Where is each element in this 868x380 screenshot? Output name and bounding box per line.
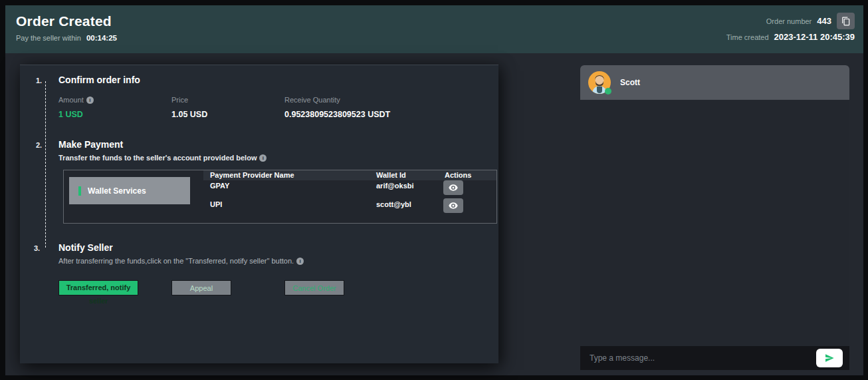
order-steps-card: 1. 2. 3. Confirm order info Amounti Pric… [20, 65, 498, 363]
chat-message-input[interactable] [580, 346, 849, 370]
info-icon[interactable]: i [86, 96, 94, 104]
time-created-label: Time created [726, 33, 769, 41]
send-message-button[interactable] [816, 349, 843, 367]
amount-label: Amounti [58, 96, 94, 104]
table-row-provider: UPI [210, 200, 222, 208]
transferred-notify-seller-button[interactable]: Transferred, notify seller [58, 280, 138, 295]
amount-value: 1 USD [58, 110, 83, 119]
order-header: Order Created Pay the seller within 00:1… [5, 5, 863, 53]
app-window: Order Created Pay the seller within 00:1… [5, 5, 863, 375]
pay-within-label: Pay the seller within [16, 34, 81, 42]
step1-title: Confirm order info [58, 75, 140, 85]
send-icon [824, 353, 835, 363]
receive-quantity-value: 0.9523809523809523 USDT [284, 110, 390, 119]
eye-icon [449, 184, 458, 191]
info-icon[interactable]: i [296, 258, 304, 265]
view-payment-details-button[interactable] [443, 198, 463, 213]
step3-title: Notify Seller [58, 242, 113, 253]
appeal-button[interactable]: Appeal [171, 280, 231, 295]
time-created-row: Time created 2023-12-11 20:45:39 [726, 32, 855, 42]
countdown-timer: 00:14:25 [86, 34, 117, 42]
chat-input-bar [580, 346, 849, 370]
active-tab-indicator [78, 186, 81, 196]
price-value: 1.05 USD [171, 110, 207, 119]
table-row-wallet-id: arif@oksbi [376, 182, 414, 190]
chat-peer-name: Scott [620, 78, 640, 87]
copy-icon [841, 17, 851, 26]
step-connector-line [45, 81, 46, 248]
chat-message-area [580, 100, 849, 346]
view-payment-details-button[interactable] [443, 180, 463, 195]
tab-wallet-services-label: Wallet Services [88, 186, 146, 196]
step1-number: 1. [36, 77, 42, 85]
table-row-wallet-id: scott@ybl [376, 200, 411, 208]
column-header-wallet-id: Wallet Id [376, 171, 406, 179]
step3-subtitle: After transferring the funds,click on th… [58, 257, 304, 265]
table-row-provider: GPAY [210, 182, 229, 190]
cancel-order-button[interactable]: Cancel Order [284, 280, 344, 295]
step3-number: 3. [34, 244, 40, 252]
chat-panel: Scott [580, 65, 849, 370]
receive-quantity-label: Receive Quantity [284, 96, 340, 104]
order-number-row: Order number 443 [726, 13, 855, 29]
order-number-value: 443 [817, 16, 831, 26]
order-number-label: Order number [766, 17, 812, 25]
price-label: Price [171, 96, 188, 104]
step2-number: 2. [36, 141, 42, 149]
payment-methods-panel: Wallet Services Payment Provider Name Wa… [63, 170, 497, 224]
step2-subtitle: Transfer the funds to the seller's accou… [58, 154, 267, 162]
info-icon[interactable]: i [259, 154, 267, 162]
eye-icon [449, 202, 458, 209]
column-header-provider: Payment Provider Name [210, 171, 294, 179]
tab-wallet-services[interactable]: Wallet Services [69, 177, 190, 204]
column-header-actions: Actions [445, 171, 471, 179]
order-meta: Order number 443 Time created 2023-12-11… [726, 13, 855, 42]
copy-order-number-button[interactable] [837, 13, 855, 29]
avatar [588, 71, 611, 94]
step2-title: Make Payment [58, 139, 123, 150]
chat-header: Scott [580, 65, 849, 100]
time-created-value: 2023-12-11 20:45:39 [774, 32, 855, 42]
online-status-dot [605, 88, 611, 95]
